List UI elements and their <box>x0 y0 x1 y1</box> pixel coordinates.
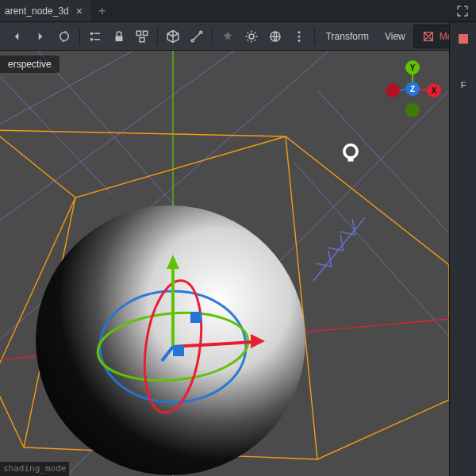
svg-line-24 <box>328 248 344 251</box>
lock-icon[interactable] <box>107 25 131 48</box>
group-icon[interactable] <box>130 25 154 48</box>
tab-title: arent_node_3d <box>5 6 69 17</box>
right-dock: F <box>449 22 476 476</box>
svg-point-0 <box>60 32 68 40</box>
particles-icon[interactable] <box>216 25 240 48</box>
svg-point-10 <box>298 35 300 37</box>
add-tab-button[interactable]: + <box>91 0 113 21</box>
transform-menu[interactable]: Transform <box>318 25 377 48</box>
light-indicator-icon[interactable] <box>340 142 362 167</box>
svg-rect-3 <box>144 31 148 35</box>
globe-icon[interactable] <box>263 25 287 48</box>
back-arrow-icon[interactable] <box>5 25 29 48</box>
svg-line-21 <box>313 217 365 281</box>
svg-rect-1 <box>115 36 122 41</box>
svg-rect-43 <box>190 312 202 323</box>
axis-orientation-gizmo[interactable]: Y X Z <box>381 59 444 122</box>
forward-arrow-icon[interactable] <box>29 25 52 48</box>
separator <box>157 28 158 45</box>
axis-neg-y-handle[interactable] <box>405 103 420 117</box>
svg-rect-12 <box>459 34 468 44</box>
svg-marker-39 <box>167 255 179 269</box>
svg-line-25 <box>340 235 344 251</box>
mesh-icon <box>422 30 435 43</box>
right-panel-tab-1[interactable] <box>450 25 476 52</box>
svg-line-19 <box>294 162 449 336</box>
svg-point-33 <box>344 145 357 158</box>
close-icon[interactable]: × <box>74 6 85 17</box>
svg-rect-2 <box>137 31 141 35</box>
viewport-status: shading_mode <box>0 462 69 476</box>
refresh-circle-icon[interactable] <box>52 25 76 48</box>
projection-badge[interactable]: erspective <box>0 56 60 73</box>
view-menu[interactable]: View <box>377 25 413 48</box>
separator <box>212 28 213 45</box>
svg-line-42 <box>162 347 173 361</box>
sun-icon[interactable] <box>240 25 263 48</box>
scene-tabs: arent_node_3d × + <box>0 0 476 22</box>
axis-x-handle[interactable]: X <box>427 83 441 98</box>
kebab-menu-icon[interactable] <box>287 25 311 48</box>
transform-gizmo[interactable] <box>79 245 286 451</box>
axis-neg-x-handle[interactable] <box>386 83 400 98</box>
svg-rect-44 <box>173 345 184 356</box>
fullscreen-icon[interactable] <box>455 4 470 18</box>
axis-z-handle[interactable]: Z <box>405 82 420 96</box>
svg-line-40 <box>173 342 254 347</box>
list-icon[interactable] <box>83 25 107 48</box>
svg-point-9 <box>298 31 300 33</box>
svg-point-11 <box>298 39 300 41</box>
svg-point-7 <box>249 34 254 39</box>
svg-marker-41 <box>251 334 265 348</box>
svg-rect-4 <box>140 37 144 41</box>
separator <box>79 28 80 45</box>
right-panel-tab-2[interactable]: F <box>450 71 476 98</box>
separator <box>314 28 315 45</box>
svg-line-22 <box>316 263 332 267</box>
3d-viewport[interactable]: erspective <box>0 51 449 476</box>
scene-tab[interactable]: arent_node_3d × <box>0 0 91 21</box>
skeleton-icon[interactable] <box>185 25 209 48</box>
axis-y-handle[interactable]: Y <box>405 60 420 75</box>
cube-icon[interactable] <box>161 25 185 48</box>
svg-rect-34 <box>348 158 354 162</box>
viewport-toolbar: Transform View Mesh <box>0 22 476 51</box>
